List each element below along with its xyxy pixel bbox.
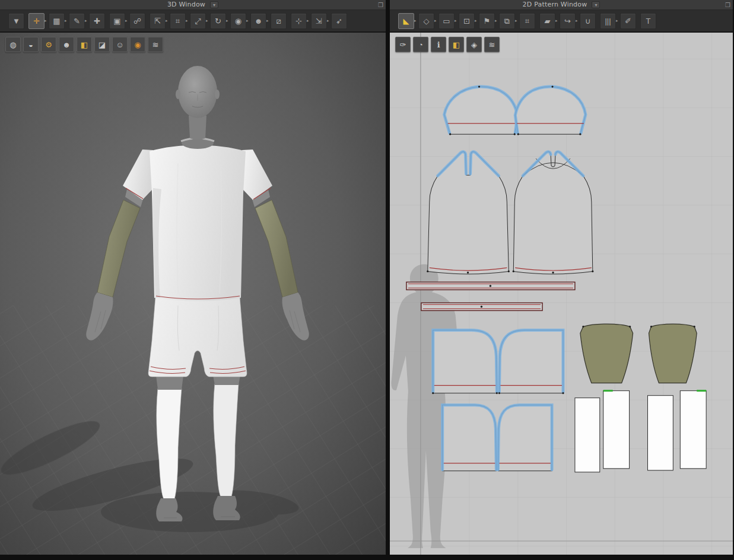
add-image-tool-icon: ⊡ <box>463 17 470 25</box>
arrangement-points-tool-button[interactable]: ⌗ <box>170 13 186 29</box>
select-mesh-tool-button[interactable]: ▦ <box>49 13 65 29</box>
sock-strip-4[interactable] <box>680 391 706 469</box>
select-mesh-tool-icon: ▦ <box>53 17 60 25</box>
2d-canvas[interactable]: ✑ ◔ ℹ ◧ ◈ ≋ <box>390 33 733 555</box>
edit-pattern-tool-icon: ◇ <box>424 17 430 25</box>
select-lasso-tool-button[interactable]: ✎ <box>69 13 85 29</box>
2d-pattern-detach-icon[interactable]: ❐ <box>725 1 730 10</box>
fold-arrangement-tool-button[interactable]: ↻ <box>210 13 226 29</box>
waistband-strip[interactable] <box>421 303 542 311</box>
tape-measure-toggle-button[interactable]: ≋ <box>148 37 163 52</box>
attach-pin-tool-button[interactable]: ☍ <box>129 13 145 29</box>
pleat-sewing-tool-button[interactable]: ||| <box>600 13 616 29</box>
show-avatar-toggle-icon: ☻ <box>62 41 71 49</box>
avatar-tape-tool-button[interactable]: ☻ <box>250 13 266 29</box>
edit-pattern-tool-button[interactable]: ◇ <box>418 13 434 29</box>
show-mesh-toggle-button[interactable]: ◒ <box>23 37 39 52</box>
3d-window-detach-icon[interactable]: ❐ <box>378 1 383 10</box>
pin-tool-icon: ✚ <box>94 17 100 25</box>
3d-window-title: 3D Window <box>167 0 205 9</box>
steam-brush-tool-button[interactable]: ◉ <box>230 13 246 29</box>
pattern-info-toggle-button[interactable]: ℹ <box>431 37 446 52</box>
grading-tool-icon: ⌗ <box>525 17 529 25</box>
knee-left <box>156 376 183 390</box>
select-move-tool-button[interactable]: ✛ <box>28 13 45 29</box>
select-lasso-tool-icon: ✎ <box>74 17 80 25</box>
sock-strip-2[interactable] <box>603 391 630 469</box>
drag-pin-tool-button[interactable]: ⇱ <box>150 13 166 29</box>
fabric-property-toggle-icon: ⚙ <box>45 41 52 49</box>
arrangement-points-tool-icon: ⌗ <box>176 17 180 25</box>
sock-strip-1[interactable] <box>575 398 600 472</box>
notch-tool-icon: ↪ <box>564 17 571 25</box>
show-avatar-skin-toggle-icon: ☺ <box>116 41 123 49</box>
3d-window-dropdown-icon[interactable]: ▾ <box>210 1 218 8</box>
fabric-property-toggle-button[interactable]: ⚙ <box>41 37 56 52</box>
show-pattern-fill-toggle-button[interactable]: ◧ <box>449 37 464 52</box>
shorts-front-left[interactable] <box>432 330 498 394</box>
2d-toolbar: ◣ ◇ ▭ ⊡ ⚑ ⧉ ⌗ ▰ ↪ ∪ ||| ✐ <box>390 10 733 33</box>
gizmo-tool-button[interactable]: ⇲ <box>311 13 327 29</box>
iron-tool-icon: ▰ <box>545 17 551 25</box>
show-seams-toggle-button[interactable]: ◪ <box>94 37 110 52</box>
show-pattern-fill-toggle-icon: ◧ <box>453 41 460 49</box>
2d-pattern-title: 2D Pattern Window <box>523 0 587 9</box>
shorts-back-right[interactable] <box>498 405 552 471</box>
reset-arrangement-tool-icon: ⤢ <box>195 17 201 25</box>
3d-window-panel: 3D Window ▾ ❐ ▼ ✛ ▦ ✎ ✚ ▣ ☍ ⇱ ⌗ <box>0 0 386 555</box>
show-avatar-toggle-button[interactable]: ☻ <box>59 37 74 52</box>
simulate-tool-button[interactable]: ▼ <box>8 13 24 29</box>
show-avatar-skin-toggle-button[interactable]: ☺ <box>112 37 128 52</box>
iron-tool-button[interactable]: ▰ <box>539 13 555 29</box>
grading-tool-button[interactable]: ⌗ <box>519 13 535 29</box>
3d-viewport[interactable]: ◍ ◒ ⚙ ☻ ◧ ◪ ☺ ◉ ≋ <box>0 33 386 555</box>
reset-arrangement-tool-button[interactable]: ⤢ <box>190 13 206 29</box>
edit-texture-toggle-button[interactable]: ✑ <box>395 37 411 52</box>
flatten-tool-button[interactable]: ⧄ <box>271 13 287 29</box>
drag-pin-tool-icon: ⇱ <box>154 17 161 25</box>
garment-completion-tool-icon: T <box>646 17 651 25</box>
add-image-tool-button[interactable]: ⊡ <box>459 13 475 29</box>
ear-right <box>215 90 220 99</box>
2d-pattern-dropdown-icon[interactable]: ▾ <box>592 1 600 8</box>
tape-measure-toggle-icon: ≋ <box>152 41 159 49</box>
edit-sewing-tool-icon: ✐ <box>625 17 631 25</box>
flatten-tool-icon: ⧄ <box>276 17 281 25</box>
add-pattern-tool-button[interactable]: ▭ <box>439 13 455 29</box>
neck-binding-strip[interactable] <box>406 282 575 289</box>
2d-pattern-header: 2D Pattern Window ▾ ❐ <box>390 0 733 10</box>
select-move-tool-icon: ✛ <box>33 17 40 25</box>
measure-toggle-icon: ≋ <box>489 41 495 49</box>
show-pattern-mesh-toggle-button[interactable]: ◧ <box>77 37 92 52</box>
lock-pattern-toggle-button[interactable]: ◈ <box>466 37 482 52</box>
show-environment-toggle-button[interactable]: ◉ <box>130 37 145 52</box>
pin-box-tool-button[interactable]: ▣ <box>109 13 125 29</box>
pleat-sewing-tool-icon: ||| <box>605 17 611 25</box>
pin-tool-button[interactable]: ✚ <box>89 13 105 29</box>
free-sewing-tool-button[interactable]: ∪ <box>580 13 596 29</box>
3d-display-toolbar: ◍ ◒ ⚙ ☻ ◧ ◪ ☺ ◉ ≋ <box>5 37 163 52</box>
garment-completion-tool-button[interactable]: T <box>640 13 656 29</box>
avatar-tape-tool-icon: ☻ <box>255 17 263 25</box>
2d-display-toolbar: ✑ ◔ ℹ ◧ ◈ ≋ <box>395 37 500 52</box>
show-mesh-toggle-icon: ◒ <box>28 41 33 49</box>
clone-pattern-tool-button[interactable]: ⧉ <box>499 13 515 29</box>
show-textured-surface-toggle-button[interactable]: ◍ <box>5 37 21 52</box>
arm-sleeve-left-pattern[interactable] <box>580 324 633 383</box>
gizmo-tool-icon: ⇲ <box>316 17 322 25</box>
align-tool-button[interactable]: ⊹ <box>291 13 307 29</box>
ear-left <box>176 90 180 99</box>
show-grain-toggle-icon: ◔ <box>418 41 423 49</box>
shorts-back-left[interactable] <box>443 405 497 471</box>
trace-tool-button[interactable]: ⚑ <box>479 13 495 29</box>
pose-tool-button[interactable]: ➶ <box>331 13 347 29</box>
show-seams-toggle-icon: ◪ <box>98 41 106 49</box>
shorts-front-right[interactable] <box>498 330 564 394</box>
edit-sewing-tool-button[interactable]: ✐ <box>620 13 636 29</box>
show-grain-toggle-button[interactable]: ◔ <box>413 37 428 52</box>
transform-pattern-tool-button[interactable]: ◣ <box>398 13 414 29</box>
sock-strip-3[interactable] <box>647 396 673 470</box>
notch-tool-button[interactable]: ↪ <box>560 13 576 29</box>
measure-toggle-button[interactable]: ≋ <box>484 37 500 52</box>
free-sewing-tool-icon: ∪ <box>585 17 591 25</box>
